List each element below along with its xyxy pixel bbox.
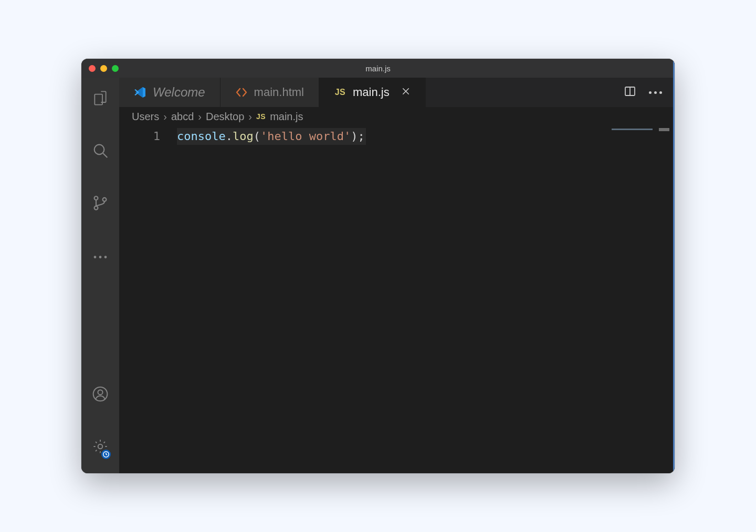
svg-point-11 (98, 444, 103, 449)
breadcrumbs[interactable]: Users › abcd › Desktop › JS main.js (119, 107, 675, 126)
chevron-right-icon: › (163, 111, 167, 123)
split-editor-button[interactable] (624, 85, 636, 100)
svg-point-7 (99, 256, 102, 259)
tab-label: main.html (254, 86, 304, 99)
tab-label: main.js (353, 86, 390, 99)
breadcrumb-segment[interactable]: Users (132, 111, 159, 123)
breadcrumb-segment[interactable]: abcd (171, 111, 194, 123)
breadcrumb-file-name: main.js (270, 111, 303, 123)
traffic-lights (89, 65, 119, 72)
person-icon (92, 386, 109, 405)
tab-bar: Welcome main.html JS main.js (119, 78, 675, 107)
svg-point-1 (94, 145, 104, 155)
code-content[interactable]: console.log('hello world'); (177, 126, 675, 145)
files-icon (92, 90, 109, 109)
window-title: main.js (365, 64, 391, 73)
tab-main-html[interactable]: main.html (220, 78, 319, 107)
svg-point-4 (94, 206, 98, 210)
clock-badge-icon (100, 449, 112, 460)
breadcrumb-segment[interactable]: Desktop (206, 111, 244, 123)
svg-point-6 (94, 256, 97, 259)
svg-rect-0 (94, 94, 102, 105)
code-editor[interactable]: 1 console.log('hello world'); (119, 126, 675, 473)
tab-label: Welcome (153, 85, 205, 100)
vscode-icon (134, 86, 146, 99)
tab-welcome[interactable]: Welcome (119, 78, 220, 107)
js-file-icon: JS (334, 86, 346, 99)
activity-settings[interactable] (81, 433, 119, 462)
breadcrumb-file[interactable]: JS main.js (256, 111, 303, 123)
activity-accounts[interactable] (81, 381, 119, 409)
svg-point-10 (98, 390, 102, 395)
editor-window: main.js (81, 59, 675, 473)
activity-explorer[interactable] (81, 85, 119, 113)
line-number: 1 (119, 128, 177, 145)
window-minimize-button[interactable] (100, 65, 107, 72)
js-file-icon: JS (256, 112, 266, 121)
editor-group: Welcome main.html JS main.js (119, 78, 675, 473)
svg-point-5 (103, 198, 107, 201)
window-maximize-button[interactable] (112, 65, 119, 72)
code-line[interactable]: console.log('hello world'); (177, 128, 366, 145)
chevron-right-icon: › (198, 111, 202, 123)
window-close-button[interactable] (89, 65, 96, 72)
activity-bar (81, 78, 119, 473)
gear-icon (92, 438, 109, 457)
window-body: Welcome main.html JS main.js (81, 78, 675, 473)
minimap[interactable] (612, 128, 669, 132)
html-brackets-icon (235, 86, 248, 99)
search-icon (92, 142, 109, 161)
close-icon[interactable] (396, 86, 411, 99)
svg-line-2 (103, 153, 107, 157)
ellipsis-icon (93, 252, 108, 261)
minimap-scroll-thumb[interactable] (659, 128, 669, 131)
git-branch-icon (92, 195, 109, 214)
chevron-right-icon: › (248, 111, 252, 123)
svg-point-8 (104, 256, 107, 259)
minimap-line (612, 129, 653, 130)
activity-search[interactable] (81, 137, 119, 166)
activity-more[interactable] (81, 242, 119, 271)
titlebar: main.js (81, 59, 675, 78)
svg-point-3 (94, 196, 98, 200)
more-actions-button[interactable] (649, 91, 662, 94)
activity-source-control[interactable] (81, 190, 119, 218)
line-gutter: 1 (119, 126, 177, 145)
tab-main-js[interactable]: JS main.js (319, 78, 426, 107)
editor-actions (611, 78, 675, 107)
